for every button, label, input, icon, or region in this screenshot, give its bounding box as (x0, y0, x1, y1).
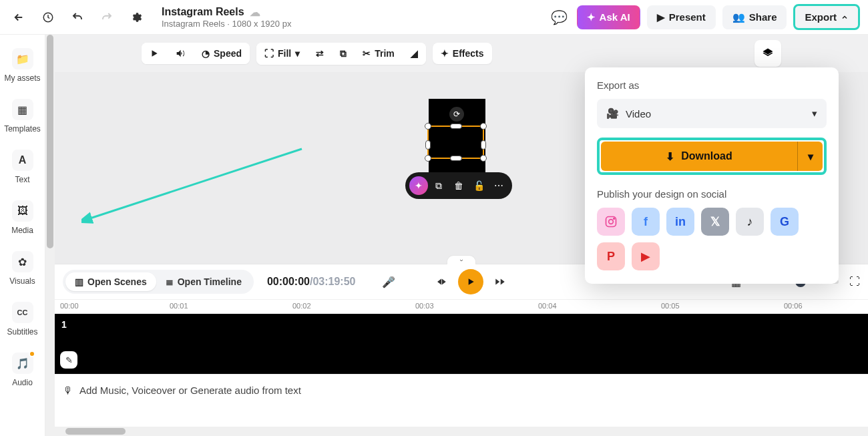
chevron-up-icon (841, 13, 849, 21)
download-main[interactable]: ⬇ Download (601, 142, 797, 171)
ruler-tick: 00:04 (538, 302, 557, 310)
download-label: Download (681, 150, 732, 162)
chevron-down-icon: ▾ (812, 107, 817, 120)
edge-handle[interactable] (481, 140, 486, 150)
back-button[interactable] (8, 7, 29, 28)
rail-label: Text (15, 175, 29, 184)
rail-subtitles[interactable]: CCSubtitles (0, 302, 45, 337)
volume-button[interactable] (167, 43, 194, 64)
export-button[interactable]: Export (793, 4, 860, 30)
refresh-icon[interactable]: ⟳ (449, 107, 464, 122)
x-button[interactable]: 𝕏 (701, 208, 729, 236)
google-button[interactable]: G (771, 208, 799, 236)
edge-handle[interactable] (425, 140, 431, 150)
instagram-button[interactable] (597, 208, 625, 236)
canvas[interactable]: ⟳ ✦ ⧉ 🗑 🔓 ⋯ Export as 🎥 V (55, 72, 868, 264)
collapse-timeline[interactable] (447, 255, 476, 264)
rail-templates[interactable]: ▦Templates (0, 99, 45, 134)
play-button[interactable] (142, 43, 167, 64)
open-timeline-tab[interactable]: ≣Open Timeline (156, 272, 251, 291)
export-as-label: Export as (597, 79, 827, 91)
scenes-icon: ▥ (75, 276, 83, 287)
add-audio-label: Add Music, Voiceover or Generate audio f… (79, 385, 301, 396)
rail-visuals[interactable]: ✿Visuals (0, 251, 45, 286)
export-type-select[interactable]: 🎥 Video ▾ (597, 99, 827, 128)
flip-button[interactable]: ⇄ (308, 43, 332, 65)
fill-label: Fill (278, 48, 291, 59)
notif-dot (29, 351, 35, 357)
timeline-ruler[interactable]: 00:00 00:01 00:02 00:03 00:04 00:05 00:0… (55, 299, 868, 314)
publish-title: Publish your design on social (597, 188, 827, 200)
speed-button[interactable]: ◔Speed (194, 43, 250, 64)
rail-text[interactable]: AText (0, 150, 45, 184)
download-button[interactable]: ⬇ Download ▾ (601, 142, 823, 171)
delete-button[interactable]: 🗑 (449, 176, 468, 195)
ask-ai-button[interactable]: ✦ Ask AI (577, 5, 640, 29)
rail-my-assets[interactable]: 📁My assets (0, 48, 45, 83)
play-button-main[interactable] (458, 269, 483, 294)
layers-button[interactable] (754, 40, 781, 67)
selection-box[interactable] (427, 126, 484, 159)
download-caret[interactable]: ▾ (797, 142, 823, 171)
open-scenes-tab[interactable]: ▥Open Scenes (65, 272, 156, 291)
history-icon[interactable] (37, 7, 59, 28)
rail-media[interactable]: 🖼Media (0, 200, 45, 235)
ask-ai-label: Ask AI (600, 11, 630, 23)
facebook-button[interactable]: f (632, 208, 660, 236)
rewind-button[interactable] (435, 276, 447, 288)
track-chip[interactable]: ✎ (60, 351, 77, 369)
share-button[interactable]: 👥 Share (722, 5, 787, 29)
rail-label: Audio (12, 378, 33, 387)
download-icon: ⬇ (666, 150, 674, 163)
present-button[interactable]: ▶ Present (647, 5, 716, 29)
vertical-scrollbar[interactable] (45, 35, 55, 436)
scroll-thumb[interactable] (47, 35, 53, 248)
crop-button[interactable]: ⧉ (332, 43, 355, 65)
fill-button[interactable]: ⛶Fill▾ (256, 43, 308, 65)
trim-button[interactable]: ✂Trim (355, 43, 403, 65)
scissors-icon: ✂ (363, 48, 371, 59)
tiktok-button[interactable]: ♪ (736, 208, 764, 236)
time-display: 00:00:00/03:19:50 (267, 276, 356, 288)
add-audio-row[interactable]: 🎙 Add Music, Voiceover or Generate audio… (55, 374, 868, 406)
effects-button[interactable]: ✦Effects (433, 43, 492, 64)
rail-label: My assets (4, 73, 40, 83)
erase-button[interactable]: ◢ (403, 43, 426, 65)
resize-handle[interactable] (425, 155, 431, 162)
horizontal-scrollbar[interactable] (55, 427, 868, 436)
project-subtitle: Instagram Reels · 1080 x 1920 px (162, 19, 291, 29)
subtitles-icon: CC (12, 302, 33, 323)
trim-label: Trim (375, 48, 395, 59)
topbar-right: 💬 ✦ Ask AI ▶ Present 👥 Share Export (549, 4, 860, 30)
resize-handle[interactable] (425, 123, 431, 130)
resize-handle[interactable] (480, 123, 487, 130)
linkedin-button[interactable]: in (666, 208, 694, 236)
edge-handle[interactable] (450, 156, 462, 161)
topbar-left: Instagram Reels ☁ Instagram Reels · 1080… (8, 6, 291, 29)
floating-toolbar: ✦ ⧉ 🗑 🔓 ⋯ (405, 172, 512, 199)
fullscreen-button[interactable]: ⛶ (849, 276, 860, 288)
resize-handle[interactable] (480, 155, 487, 162)
mic-button[interactable]: 🎤 (382, 276, 395, 288)
lock-button[interactable]: 🔓 (469, 176, 488, 195)
effects-icon: ✦ (441, 48, 449, 59)
pinterest-button[interactable]: P (597, 242, 625, 270)
folder-icon: 📁 (12, 48, 33, 69)
edge-handle[interactable] (450, 124, 462, 129)
more-button[interactable]: ⋯ (489, 176, 508, 195)
ai-button[interactable]: ✦ (409, 176, 428, 195)
ruler-tick: 00:01 (170, 302, 188, 310)
rail-audio[interactable]: 🎵Audio (0, 353, 45, 387)
undo-button[interactable] (67, 7, 88, 28)
project-title[interactable]: Instagram Reels (162, 6, 244, 18)
forward-button[interactable] (494, 276, 506, 288)
redo-button[interactable] (96, 7, 118, 28)
timeline-track[interactable]: 1 ✎ (55, 314, 868, 374)
settings-button[interactable] (126, 7, 147, 28)
rail-label: Media (11, 226, 33, 235)
youtube-button[interactable]: ▶ (632, 242, 660, 270)
duplicate-button[interactable]: ⧉ (429, 176, 448, 195)
hscroll-thumb[interactable] (65, 428, 126, 435)
chat-icon[interactable]: 💬 (549, 7, 570, 28)
export-panel: Export as 🎥 Video ▾ ⬇ Download ▾ Publish… (585, 67, 839, 284)
